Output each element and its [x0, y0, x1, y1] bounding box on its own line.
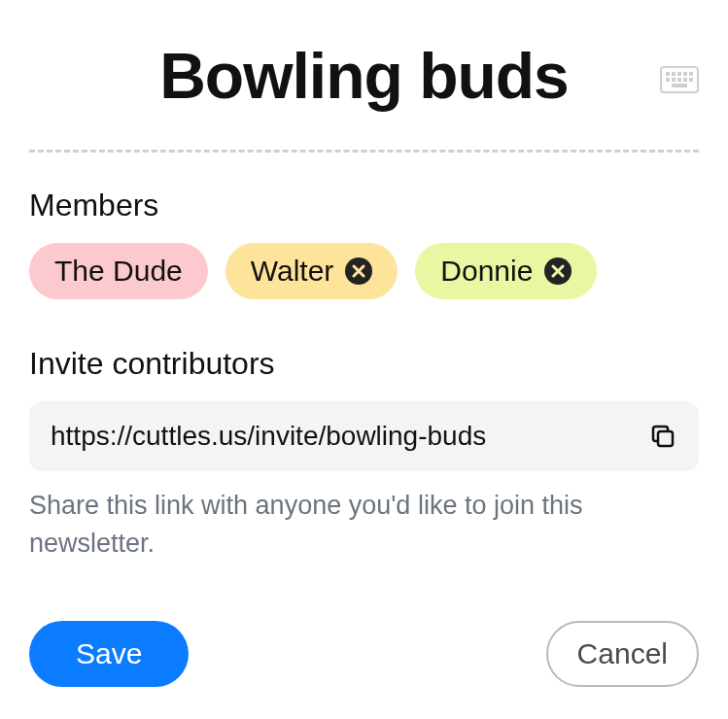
svg-rect-7: [672, 78, 676, 82]
invite-label: Invite contributors: [29, 346, 699, 382]
members-chips: The Dude Walter Donnie: [29, 243, 699, 299]
svg-rect-6: [666, 78, 670, 82]
save-button[interactable]: Save: [29, 621, 189, 687]
member-chip-label: The Dude: [54, 255, 183, 288]
member-chip[interactable]: The Dude: [29, 243, 208, 299]
remove-member-icon[interactable]: [345, 257, 372, 285]
svg-rect-8: [677, 78, 681, 82]
svg-rect-11: [672, 84, 687, 87]
svg-rect-16: [658, 431, 673, 446]
copy-link-button[interactable]: [648, 422, 677, 451]
member-chip-label: Donnie: [440, 255, 533, 288]
keyboard-icon[interactable]: [660, 66, 699, 93]
action-buttons: Save Cancel: [29, 621, 699, 687]
svg-rect-9: [683, 78, 687, 82]
cancel-button[interactable]: Cancel: [546, 621, 699, 687]
member-chip-label: Walter: [251, 255, 334, 288]
member-chip[interactable]: Walter: [225, 243, 399, 299]
svg-rect-10: [689, 78, 693, 82]
members-label: Members: [29, 188, 699, 223]
invite-helper-text: Share this link with anyone you'd like t…: [29, 487, 699, 563]
svg-rect-4: [683, 72, 687, 76]
invite-url[interactable]: https://cuttles.us/invite/bowling-buds: [51, 421, 486, 452]
remove-member-icon[interactable]: [544, 257, 572, 285]
svg-rect-1: [666, 72, 670, 76]
member-chip[interactable]: Donnie: [415, 243, 597, 299]
svg-rect-5: [689, 72, 693, 76]
page-title: Bowling buds: [159, 39, 569, 113]
invite-link-box: https://cuttles.us/invite/bowling-buds: [29, 401, 699, 471]
svg-rect-2: [672, 72, 676, 76]
svg-rect-3: [677, 72, 681, 76]
divider: [29, 150, 699, 153]
